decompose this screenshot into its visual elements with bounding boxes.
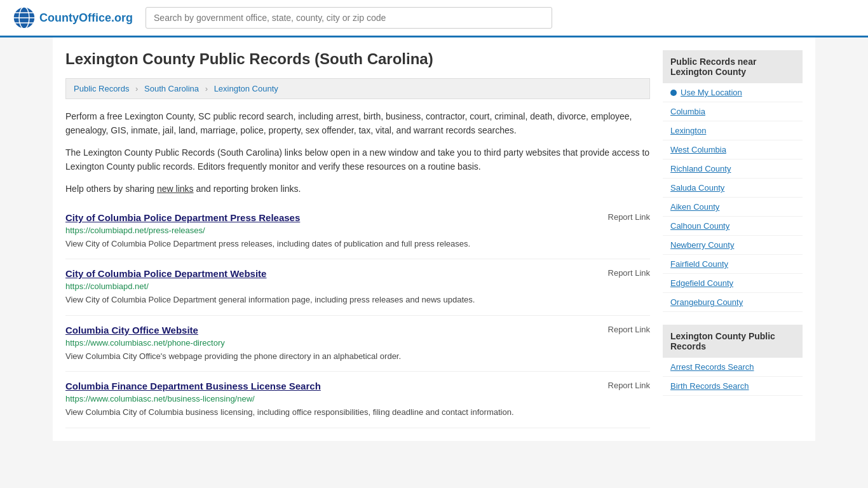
description-para3: Help others by sharing new links and rep… — [65, 182, 650, 196]
sidebar-nearby-link[interactable]: Richland County — [663, 159, 803, 179]
record-item: Columbia Finance Department Business Lic… — [65, 372, 650, 428]
sidebar-nearby-link[interactable]: Newberry County — [663, 236, 803, 255]
record-header: Columbia Finance Department Business Lic… — [65, 381, 650, 391]
record-desc: View City of Columbia Police Department … — [65, 238, 650, 250]
record-desc: View Columbia City of Columbia business … — [65, 406, 650, 419]
record-url[interactable]: https://www.columbiasc.net/business-lice… — [65, 394, 650, 403]
record-url[interactable]: https://columbiapd.net/ — [65, 281, 650, 291]
breadcrumb-south-carolina[interactable]: South Carolina — [144, 84, 199, 93]
record-item: City of Columbia Police Department Websi… — [65, 259, 650, 316]
main-container: Lexington County Public Records (South C… — [53, 37, 815, 441]
page-title: Lexington County Public Records (South C… — [65, 50, 650, 68]
breadcrumb-sep-1: › — [135, 84, 138, 93]
description-para2: The Lexington County Public Records (Sou… — [65, 146, 650, 174]
record-header: City of Columbia Police Department Press… — [65, 212, 650, 223]
record-header: City of Columbia Police Department Websi… — [65, 268, 650, 279]
logo-org: .org — [111, 11, 133, 24]
record-item: City of Columbia Police Department Press… — [65, 203, 650, 260]
use-location-label: Use My Location — [681, 88, 742, 97]
header: CountyOffice.org — [0, 0, 868, 37]
record-report-link[interactable]: Report Link — [608, 212, 650, 222]
sidebar-county-section: Lexington County Public Records Arrest R… — [663, 325, 803, 396]
sidebar-nearby-heading: Public Records near Lexington County — [663, 50, 803, 83]
sidebar-nearby-link[interactable]: Orangeburg County — [663, 293, 803, 312]
record-report-link[interactable]: Report Link — [608, 381, 650, 390]
sidebar-county-link[interactable]: Arrest Records Search — [663, 358, 803, 377]
breadcrumb-public-records[interactable]: Public Records — [74, 84, 129, 93]
sidebar-nearby-link[interactable]: Saluda County — [663, 179, 803, 198]
breadcrumb: Public Records › South Carolina › Lexing… — [65, 78, 650, 99]
sidebar-county-link[interactable]: Birth Records Search — [663, 377, 803, 396]
record-desc: View Columbia City Office's webpage prov… — [65, 350, 650, 363]
record-report-link[interactable]: Report Link — [608, 268, 650, 278]
sidebar-nearby-link[interactable]: Fairfield County — [663, 255, 803, 274]
desc-para3-suffix: and reporting broken links. — [194, 184, 301, 194]
description-para1: Perform a free Lexington County, SC publ… — [65, 109, 650, 138]
record-header: Columbia City Office Website Report Link — [65, 325, 650, 336]
breadcrumb-sep-2: › — [205, 84, 208, 93]
record-url[interactable]: https://columbiapd.net/press-releases/ — [65, 226, 650, 235]
sidebar-nearby-link[interactable]: Calhoun County — [663, 217, 803, 236]
logo-county: CountyOffice — [39, 11, 111, 24]
record-title-link[interactable]: City of Columbia Police Department Websi… — [65, 268, 266, 279]
logo-icon — [13, 6, 36, 29]
record-item: Columbia City Office Website Report Link… — [65, 316, 650, 372]
location-dot-icon — [670, 90, 677, 96]
logo-link[interactable]: CountyOffice.org — [13, 6, 133, 29]
desc-para3-prefix: Help others by sharing — [65, 184, 157, 194]
sidebar-nearby-links: ColumbiaLexingtonWest ColumbiaRichland C… — [663, 102, 803, 312]
sidebar-county-heading: Lexington County Public Records — [663, 325, 803, 358]
record-desc: View City of Columbia Police Department … — [65, 294, 650, 306]
sidebar: Public Records near Lexington County Use… — [663, 50, 803, 428]
sidebar-nearby-section: Public Records near Lexington County Use… — [663, 50, 803, 312]
sidebar-nearby-link[interactable]: West Columbia — [663, 140, 803, 159]
record-url[interactable]: https://www.columbiasc.net/phone-directo… — [65, 338, 650, 348]
sidebar-nearby-link[interactable]: Columbia — [663, 102, 803, 121]
record-title-link[interactable]: City of Columbia Police Department Press… — [65, 212, 300, 223]
breadcrumb-lexington-county[interactable]: Lexington County — [214, 84, 278, 93]
records-list: City of Columbia Police Department Press… — [65, 203, 650, 428]
record-title-link[interactable]: Columbia City Office Website — [65, 325, 198, 336]
sidebar-nearby-link[interactable]: Lexington — [663, 121, 803, 140]
sidebar-nearby-link[interactable]: Aiken County — [663, 198, 803, 217]
search-input[interactable] — [146, 7, 552, 29]
record-report-link[interactable]: Report Link — [608, 325, 650, 334]
logo-text: CountyOffice.org — [39, 11, 133, 25]
sidebar-county-links: Arrest Records SearchBirth Records Searc… — [663, 358, 803, 396]
use-my-location-link[interactable]: Use My Location — [663, 83, 803, 102]
record-title-link[interactable]: Columbia Finance Department Business Lic… — [65, 381, 321, 391]
new-links-link[interactable]: new links — [157, 184, 194, 194]
sidebar-nearby-link[interactable]: Edgefield County — [663, 274, 803, 293]
content-area: Lexington County Public Records (South C… — [65, 50, 650, 428]
